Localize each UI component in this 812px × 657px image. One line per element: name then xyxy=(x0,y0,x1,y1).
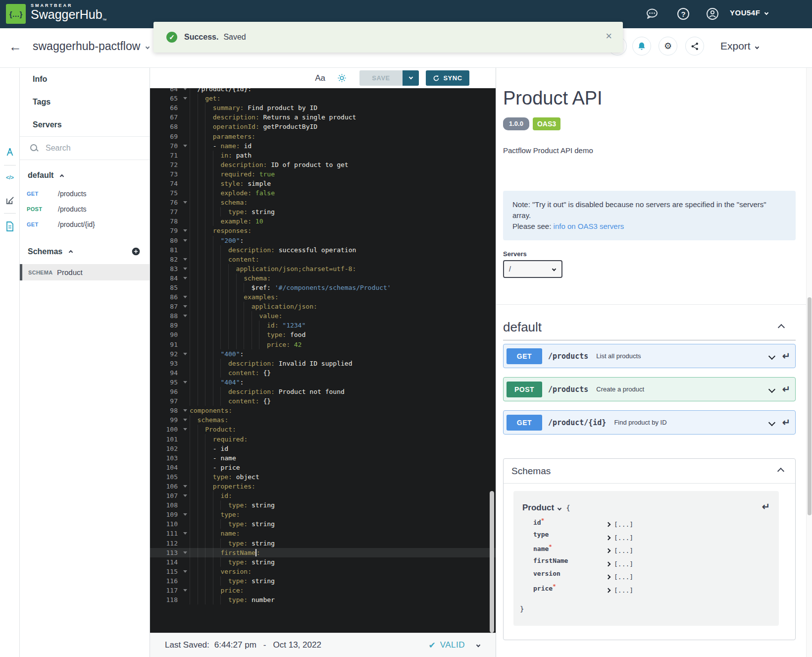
code-line[interactable]: 82content: xyxy=(150,255,496,264)
fold-arrow-icon[interactable] xyxy=(181,381,190,383)
settings-button[interactable]: ⚙ xyxy=(659,37,677,55)
code-line[interactable]: 68operationId: getProductByID xyxy=(150,122,496,131)
fold-arrow-icon[interactable] xyxy=(181,277,190,279)
search-input[interactable] xyxy=(46,144,130,153)
code-line[interactable]: 67description: Returns a single product xyxy=(150,112,496,122)
chevron-right-icon[interactable] xyxy=(606,575,611,580)
oas3-servers-link[interactable]: info on OAS3 servers xyxy=(554,222,624,230)
fold-arrow-icon[interactable] xyxy=(181,494,190,497)
endpoint-row-get-2[interactable]: GET/product/{id}Find product by ID↵ xyxy=(503,410,796,435)
help-icon[interactable]: ? xyxy=(677,8,691,22)
fold-arrow-icon[interactable] xyxy=(181,315,190,317)
return-arrow-icon[interactable]: ↵ xyxy=(762,501,770,512)
return-arrow-icon[interactable]: ↵ xyxy=(782,350,790,362)
code-line[interactable]: 87application/json: xyxy=(150,302,496,311)
code-line[interactable]: 89id: "1234" xyxy=(150,321,496,330)
code-line[interactable]: 77type: string xyxy=(150,207,496,217)
sidebar-endpoint[interactable]: POST/products xyxy=(20,201,150,217)
code-line[interactable]: 115version: xyxy=(150,567,496,576)
fold-arrow-icon[interactable] xyxy=(181,551,190,554)
return-arrow-icon[interactable]: ↵ xyxy=(782,417,790,428)
server-select[interactable]: / xyxy=(503,260,562,278)
fold-arrow-icon[interactable] xyxy=(181,513,190,516)
code-line[interactable]: 99schemas: xyxy=(150,415,496,425)
code-line[interactable]: 100Product: xyxy=(150,425,496,434)
sidebar-item-servers[interactable]: Servers xyxy=(20,113,150,136)
code-line[interactable]: 102- id xyxy=(150,444,496,453)
notifications-button[interactable] xyxy=(632,37,651,55)
chevron-down-icon[interactable] xyxy=(768,385,775,392)
save-options-button[interactable] xyxy=(403,70,419,86)
code-line[interactable]: 70- name: id xyxy=(150,141,496,151)
theme-toggle-icon[interactable] xyxy=(337,73,347,83)
code-line[interactable]: 86examples: xyxy=(150,292,496,302)
brand[interactable]: SMARTBEAR SwaggerHub™ xyxy=(31,3,107,27)
code-line[interactable]: 88value: xyxy=(150,311,496,321)
code-line[interactable]: 116type: string xyxy=(150,576,496,586)
font-size-button[interactable]: Aa xyxy=(315,73,325,83)
sidebar-endpoint[interactable]: GET/product/{id} xyxy=(20,217,150,232)
endpoint-row-get-0[interactable]: GET/productsList all products↵ xyxy=(503,344,796,368)
fold-arrow-icon[interactable] xyxy=(181,229,190,232)
sidebar-item-tags[interactable]: Tags xyxy=(20,91,150,113)
code-line[interactable]: 91price: 42 xyxy=(150,340,496,349)
code-line[interactable]: 64/product/{id}: xyxy=(150,88,496,94)
fold-arrow-icon[interactable] xyxy=(181,239,190,242)
code-line[interactable]: 96description: Product not found xyxy=(150,387,496,396)
property-value[interactable]: [...] xyxy=(607,521,633,528)
code-line[interactable]: 84schema: xyxy=(150,274,496,283)
code-line[interactable]: 97content: {} xyxy=(150,396,496,406)
toast-close-icon[interactable]: × xyxy=(606,31,612,42)
sidebar-endpoint[interactable]: GET/products xyxy=(20,186,150,201)
code-line[interactable]: 74style: simple xyxy=(150,179,496,188)
fold-arrow-icon[interactable] xyxy=(181,268,190,270)
return-arrow-icon[interactable]: ↵ xyxy=(782,383,790,395)
code-line[interactable]: 90type: food xyxy=(150,330,496,339)
code-line[interactable]: 78example: 10 xyxy=(150,217,496,226)
property-value[interactable]: [...] xyxy=(607,534,633,542)
chevron-down-icon[interactable] xyxy=(768,352,775,359)
code-line[interactable]: 107id: xyxy=(150,491,496,500)
property-value[interactable]: [...] xyxy=(607,573,633,581)
fold-arrow-icon[interactable] xyxy=(181,145,190,147)
code-line[interactable]: 66summary: Find product by ID xyxy=(150,103,496,112)
fold-arrow-icon[interactable] xyxy=(181,570,190,573)
code-line[interactable]: 73required: true xyxy=(150,169,496,179)
fold-arrow-icon[interactable] xyxy=(181,589,190,592)
code-line[interactable]: 93description: Invalid ID supplied xyxy=(150,359,496,368)
editor-scrollbar[interactable] xyxy=(490,491,494,633)
code-line[interactable]: 105type: object xyxy=(150,472,496,482)
code-line[interactable]: 94content: {} xyxy=(150,368,496,378)
model-name[interactable]: Product xyxy=(522,503,554,513)
share-button[interactable] xyxy=(685,37,704,55)
code-line[interactable]: 104- price xyxy=(150,463,496,472)
fold-arrow-icon[interactable] xyxy=(181,305,190,308)
add-schema-button[interactable] xyxy=(131,247,141,256)
breadcrumb[interactable]: swaggerhub-pactflow xyxy=(33,40,149,53)
api-design-icon[interactable] xyxy=(0,147,20,157)
code-line[interactable]: 114type: string xyxy=(150,557,496,567)
collapse-icon[interactable] xyxy=(777,467,784,474)
property-value[interactable]: [...] xyxy=(607,560,633,568)
schemas-section-header[interactable]: Schemas xyxy=(20,232,150,261)
user-menu[interactable]: YOU54F xyxy=(730,8,768,17)
swaggerhub-logo-icon[interactable]: {…} xyxy=(6,4,26,24)
chevron-right-icon[interactable] xyxy=(606,535,611,540)
chevron-right-icon[interactable] xyxy=(606,561,611,566)
chevron-down-icon[interactable] xyxy=(558,506,561,510)
code-line[interactable]: 112type: string xyxy=(150,539,496,548)
code-line[interactable]: 65get: xyxy=(150,94,496,103)
edit-icon[interactable] xyxy=(0,196,20,205)
code-line[interactable]: 109type: xyxy=(150,510,496,519)
code-line[interactable]: 69parameters: xyxy=(150,131,496,141)
fold-arrow-icon[interactable] xyxy=(181,258,190,261)
default-section[interactable]: default xyxy=(503,315,796,340)
save-button[interactable]: SAVE xyxy=(359,70,403,86)
fold-arrow-icon[interactable] xyxy=(181,97,190,100)
chevron-right-icon[interactable] xyxy=(606,522,611,527)
scrollbar-thumb[interactable] xyxy=(808,297,812,515)
fold-arrow-icon[interactable] xyxy=(181,428,190,431)
code-line[interactable]: 85$ref: '#/components/schemas/Product' xyxy=(150,283,496,292)
fold-arrow-icon[interactable] xyxy=(181,409,190,412)
back-button[interactable]: ← xyxy=(9,39,22,55)
